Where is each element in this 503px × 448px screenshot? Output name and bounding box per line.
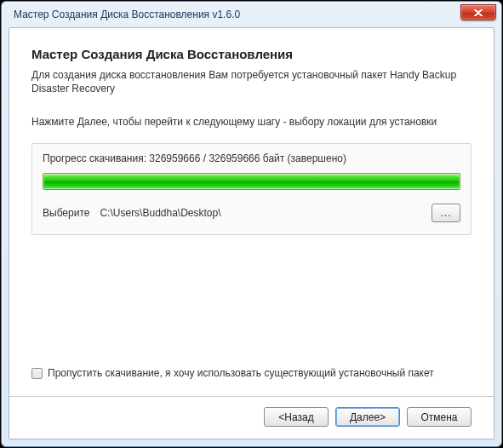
close-icon: [474, 9, 483, 16]
path-value: C:\Users\Buddha\Desktop\: [100, 207, 421, 219]
progress-label: Прогресс скачивания: 326959666 / 3269596…: [43, 152, 460, 164]
back-button[interactable]: <Назад: [264, 407, 329, 427]
window-title: Мастер Создания Диска Восстановления v1.…: [14, 9, 460, 20]
wizard-window: Мастер Создания Диска Восстановления v1.…: [1, 1, 502, 447]
skip-download-row: Пропустить скачивание, я хочу использова…: [31, 367, 472, 379]
page-description: Для создания диска восстановления Вам по…: [31, 68, 472, 95]
page-heading: Мастер Создания Диска Восстановления: [31, 47, 472, 61]
progress-bar: [43, 173, 460, 190]
page-instruction: Нажмите Далее, чтобы перейти к следующем…: [31, 116, 472, 128]
skip-download-label: Пропустить скачивание, я хочу использова…: [48, 367, 434, 379]
separator: [9, 396, 494, 397]
skip-download-checkbox[interactable]: [31, 368, 43, 379]
close-button[interactable]: [460, 4, 496, 20]
next-button[interactable]: Далее>: [335, 407, 400, 427]
titlebar: Мастер Создания Диска Восстановления v1.…: [2, 2, 501, 27]
spacer: [31, 235, 472, 367]
button-row: <Назад Далее> Отмена: [31, 407, 472, 427]
cancel-button[interactable]: Отмена: [407, 407, 472, 427]
path-label: Выберите: [43, 207, 89, 219]
client-area: Мастер Создания Диска Восстановления Для…: [9, 27, 494, 439]
path-row: Выберите C:\Users\Buddha\Desktop\ ...: [43, 204, 460, 222]
progress-panel: Прогресс скачивания: 326959666 / 3269596…: [31, 143, 472, 235]
browse-button[interactable]: ...: [432, 204, 460, 222]
